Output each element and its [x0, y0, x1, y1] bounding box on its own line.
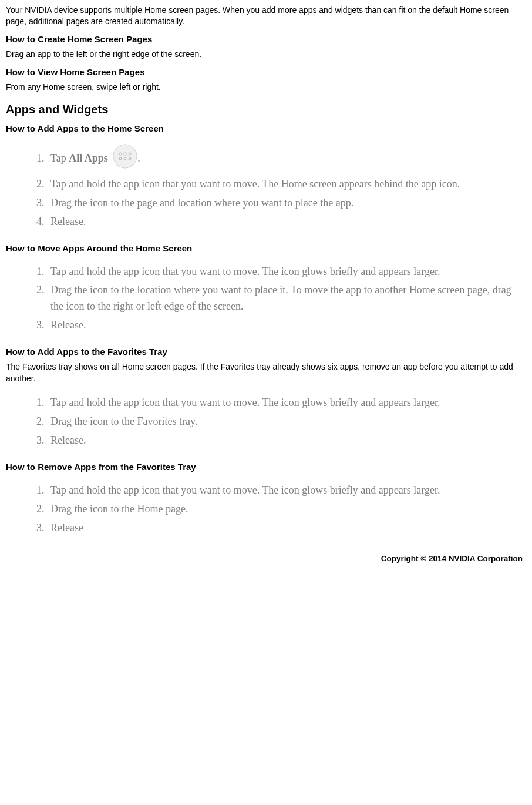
intro-paragraph: Your NVIDIA device supports multiple Hom…	[6, 5, 526, 27]
heading-add-favorites: How to Add Apps to the Favorites Tray	[6, 347, 526, 357]
steps-remove-favorites: Tap and hold the app icon that you want …	[6, 482, 526, 536]
list-item: Tap All Apps .	[47, 144, 526, 174]
step-text: Tap	[50, 152, 69, 164]
list-item: Tap and hold the app icon that you want …	[47, 395, 526, 411]
list-item: Drag the icon to the Favorites tray.	[47, 414, 526, 430]
steps-add-apps: Tap All Apps . Tap and hold the app icon…	[6, 144, 526, 230]
heading-view-pages: How to View Home Screen Pages	[6, 67, 526, 77]
step-text	[108, 152, 111, 164]
body-create-pages: Drag an app to the left or the right edg…	[6, 49, 526, 61]
heading-apps-widgets: Apps and Widgets	[6, 103, 526, 116]
copyright-footer: Copyright © 2014 NVIDIA Corporation	[6, 554, 526, 563]
heading-add-apps: How to Add Apps to the Home Screen	[6, 123, 526, 133]
heading-create-pages: How to Create Home Screen Pages	[6, 34, 526, 44]
all-apps-label: All Apps	[69, 152, 108, 164]
body-add-favorites: The Favorites tray shows on all Home scr…	[6, 361, 526, 384]
list-item: Tap and hold the app icon that you want …	[47, 176, 526, 193]
list-item: Release.	[47, 317, 526, 334]
list-item: Tap and hold the app icon that you want …	[47, 482, 526, 499]
svg-point-0	[113, 145, 137, 168]
list-item: Release.	[47, 432, 526, 449]
list-item: Release	[47, 520, 526, 536]
steps-add-favorites: Tap and hold the app icon that you want …	[6, 395, 526, 449]
list-item: Tap and hold the app icon that you want …	[47, 264, 526, 280]
step-text: .	[137, 152, 140, 164]
heading-remove-favorites: How to Remove Apps from the Favorites Tr…	[6, 462, 526, 472]
list-item: Drag the icon to the location where you …	[47, 282, 526, 315]
all-apps-icon	[113, 144, 137, 174]
list-item: Release.	[47, 214, 526, 230]
steps-move-apps: Tap and hold the app icon that you want …	[6, 264, 526, 334]
list-item: Drag the icon to the Home page.	[47, 501, 526, 518]
list-item: Drag the icon to the page and location w…	[47, 195, 526, 212]
body-view-pages: From any Home screen, swipe left or righ…	[6, 82, 526, 93]
heading-move-apps: How to Move Apps Around the Home Screen	[6, 243, 526, 253]
